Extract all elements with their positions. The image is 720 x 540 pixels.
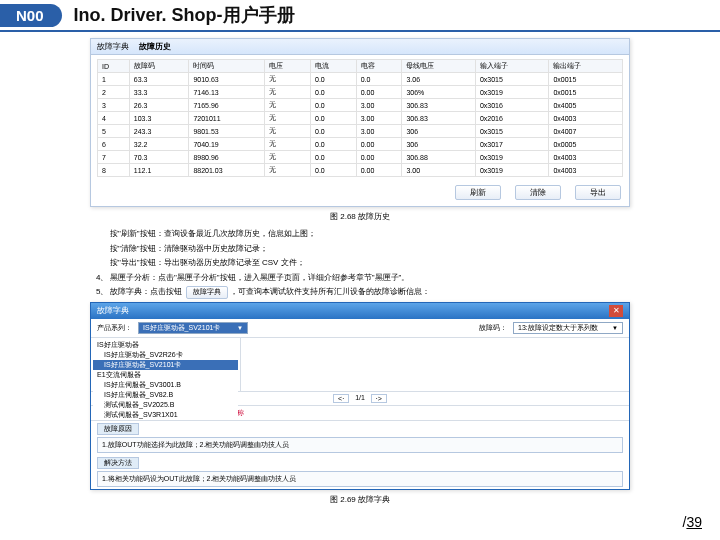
clear-button[interactable]: 清除: [515, 185, 561, 200]
table-cell: 9801.53: [189, 125, 265, 138]
table-row[interactable]: 632.27040.19无0.00.003060x30170x0005: [98, 138, 623, 151]
table-cell: 0.0: [311, 151, 357, 164]
table-cell: 7165.96: [189, 99, 265, 112]
table-cell: 8: [98, 164, 130, 177]
brand-logo: N00: [0, 4, 62, 27]
tab-fault-history[interactable]: 故障历史: [139, 41, 171, 52]
page-number: /39: [683, 514, 702, 530]
list-item[interactable]: IS好庄驱动器_SV2101卡: [93, 360, 238, 370]
table-cell: 4: [98, 112, 130, 125]
list-item[interactable]: IS好庄驱动器: [93, 340, 238, 350]
table-cell: 7040.19: [189, 138, 265, 151]
table-cell: 0x3019: [475, 164, 549, 177]
reason-label: 故障原因: [97, 423, 139, 435]
column-header: 输入端子: [475, 60, 549, 73]
fault-dict-window: 故障字典 ✕ 产品系列： IS好庄驱动器_SV2101卡▼ 故障码： 13:故障…: [90, 302, 630, 490]
page-prev-button[interactable]: <·: [333, 394, 349, 403]
table-cell: 0.0: [311, 99, 357, 112]
table-row[interactable]: 4103.37201011无0.03.00306.830x20160x4003: [98, 112, 623, 125]
list-item[interactable]: 测试伺服器_SV3R1X01: [93, 410, 238, 420]
table-cell: 2: [98, 86, 130, 99]
table-cell: 0.00: [356, 164, 402, 177]
table-row[interactable]: 5243.39801.53无0.03.003060x30150x4007: [98, 125, 623, 138]
product-dropdown-list[interactable]: IS好庄驱动器 IS好庄驱动器_SV2R26卡 IS好庄驱动器_SV2101卡E…: [93, 340, 238, 420]
fault-code-label: 故障码：: [479, 323, 507, 333]
column-header: ID: [98, 60, 130, 73]
table-cell: 243.3: [129, 125, 189, 138]
table-row[interactable]: 163.39010.63无0.00.03.060x30150x0015: [98, 73, 623, 86]
body-line-refresh: 按"刷新"按钮：查询设备最近几次故障历史，信息如上图；: [110, 228, 630, 240]
table-cell: 306: [402, 125, 476, 138]
body-point-5: 5、故障字典：点击按钮 故障字典，可查询本调试软件支持所有汇川设备的故障诊断信息…: [110, 286, 630, 298]
table-cell: 7: [98, 151, 130, 164]
export-button[interactable]: 导出: [575, 185, 621, 200]
table-cell: 无: [265, 73, 311, 86]
table-cell: 9010.63: [189, 73, 265, 86]
page-next-button[interactable]: ·>: [371, 394, 387, 403]
fault-history-window: 故障字典 故障历史 ID故障码时间码电压电流电容母线电压输入端子输出端子 163…: [90, 38, 630, 207]
body-line-clear: 按"清除"按钮：清除驱动器中历史故障记录；: [110, 243, 630, 255]
solution-value: 1.将相关功能码设为OUT此故障；2.相关功能码调整由功技人员: [97, 471, 623, 487]
table-cell: 无: [265, 125, 311, 138]
table-cell: 306.88: [402, 151, 476, 164]
table-row[interactable]: 8112.188201.03无0.00.003.000x30190x4003: [98, 164, 623, 177]
chevron-down-icon: ▼: [612, 325, 618, 331]
fault-code-select[interactable]: 13:故障设定数大于系列数▼: [513, 322, 623, 334]
table-cell: 0.0: [311, 112, 357, 125]
table-cell: 88201.03: [189, 164, 265, 177]
column-header: 时间码: [189, 60, 265, 73]
fault-dict-inline-button[interactable]: 故障字典: [186, 286, 228, 298]
column-header: 故障码: [129, 60, 189, 73]
body-point-4: 4、黑匣子分析：点击"黑匣子分析"按钮，进入黑匣子页面，详细介绍参考章节"黑匣子…: [110, 272, 630, 284]
page-title: Ino. Driver. Shop-用户手册: [74, 3, 295, 27]
figure-caption-1: 图 2.68 故障历史: [90, 211, 630, 222]
table-row[interactable]: 326.37165.96无0.03.00306.830x30160x4005: [98, 99, 623, 112]
close-icon[interactable]: ✕: [609, 305, 623, 317]
column-header: 母线电压: [402, 60, 476, 73]
table-cell: 7146.13: [189, 86, 265, 99]
table-cell: 0.0: [356, 73, 402, 86]
table-cell: 3.00: [356, 99, 402, 112]
list-item[interactable]: IS好庄伺服器_SV82.B: [93, 390, 238, 400]
table-cell: 32.2: [129, 138, 189, 151]
table-row[interactable]: 233.37146.13无0.00.00306%0x30190x0015: [98, 86, 623, 99]
table-cell: 63.3: [129, 73, 189, 86]
table-cell: 33.3: [129, 86, 189, 99]
list-item[interactable]: E1交流伺服器: [93, 370, 238, 380]
table-cell: 无: [265, 112, 311, 125]
refresh-button[interactable]: 刷新: [455, 185, 501, 200]
list-item[interactable]: IS好庄驱动器_SV2R26卡: [93, 350, 238, 360]
table-row[interactable]: 770.38980.96无0.00.00306.880x30190x4003: [98, 151, 623, 164]
table-cell: 1: [98, 73, 130, 86]
list-item[interactable]: IS好庄伺服器_SV3001.B: [93, 380, 238, 390]
body-line-export: 按"导出"按钮：导出驱动器历史故障记录至 CSV 文件；: [110, 257, 630, 269]
product-select[interactable]: IS好庄驱动器_SV2101卡▼: [138, 322, 248, 334]
table-cell: 0x4005: [549, 99, 623, 112]
table-cell: 0.00: [356, 86, 402, 99]
chevron-down-icon: ▼: [237, 325, 243, 331]
table-cell: 7201011: [189, 112, 265, 125]
solution-label: 解决方法: [97, 457, 139, 469]
table-cell: 0.0: [311, 138, 357, 151]
tab-fault-dict[interactable]: 故障字典: [97, 41, 129, 52]
table-cell: 70.3: [129, 151, 189, 164]
table-cell: 0x3016: [475, 99, 549, 112]
table-cell: 0x3019: [475, 151, 549, 164]
table-cell: 3: [98, 99, 130, 112]
table-cell: 0x4003: [549, 151, 623, 164]
table-cell: 无: [265, 151, 311, 164]
table-cell: 0x0015: [549, 86, 623, 99]
table-cell: 无: [265, 138, 311, 151]
table-cell: 6: [98, 138, 130, 151]
table-cell: 0.00: [356, 151, 402, 164]
table-cell: 3.00: [356, 125, 402, 138]
table-cell: 0.0: [311, 73, 357, 86]
list-item[interactable]: 测试伺服器_SV2025.B: [93, 400, 238, 410]
page-indicator: 1/1: [355, 394, 365, 403]
table-cell: 306: [402, 138, 476, 151]
window-title: 故障字典: [97, 305, 129, 317]
table-cell: 0.0: [311, 125, 357, 138]
table-cell: 0x3015: [475, 125, 549, 138]
table-cell: 0x4003: [549, 112, 623, 125]
table-cell: 0.00: [356, 138, 402, 151]
